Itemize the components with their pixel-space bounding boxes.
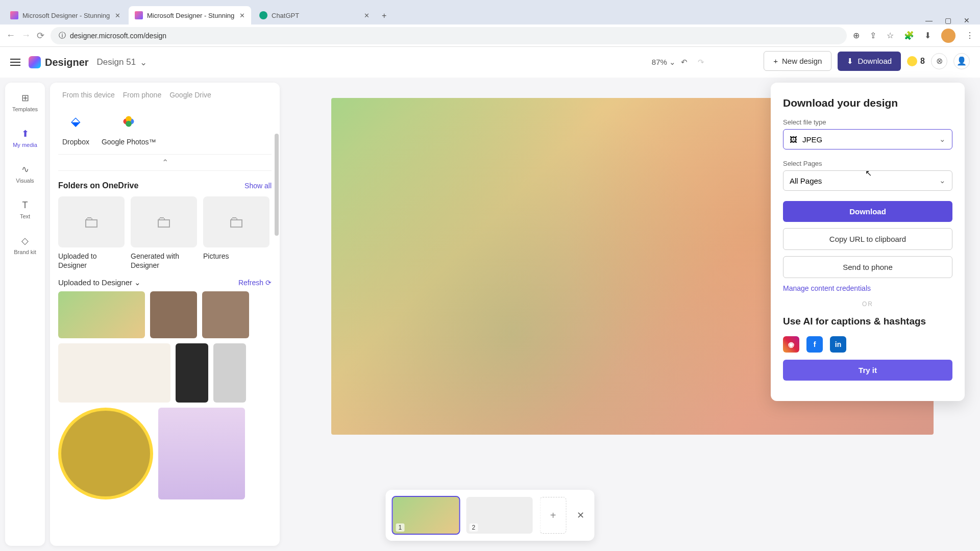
brand-kit-tool[interactable]: ◇ Brand kit: [10, 232, 40, 258]
content-credentials-link[interactable]: Manage content credentials: [783, 284, 952, 292]
folder-icon: 🗀: [131, 196, 197, 247]
zoom-dropdown[interactable]: 87% ⌄: [652, 58, 676, 67]
media-thumbnail[interactable]: [158, 408, 245, 499]
download-button[interactable]: ⬇ Download: [838, 52, 901, 71]
share-icon[interactable]: ⇪: [870, 31, 876, 40]
folder-item[interactable]: 🗀 Generated with Designer: [131, 196, 197, 270]
profile-avatar[interactable]: [941, 29, 955, 43]
linkedin-icon[interactable]: in: [830, 336, 846, 353]
download-label: Download: [857, 57, 892, 65]
try-it-button[interactable]: Try it: [783, 360, 952, 381]
address-bar[interactable]: ⓘ designer.microsoft.com/design: [51, 27, 847, 44]
tool-label: Templates: [12, 106, 38, 112]
extensions-icon[interactable]: 🧩: [904, 31, 914, 40]
folder-label: Generated with Designer: [131, 252, 197, 270]
media-panel: From this device From phone Google Drive…: [50, 83, 280, 546]
logo-icon: [29, 56, 41, 68]
file-type-label: Select file type: [783, 118, 952, 126]
media-thumbnail[interactable]: [176, 343, 208, 403]
folder-item[interactable]: 🗀 Uploaded to Designer: [58, 196, 125, 270]
scrollbar[interactable]: [275, 134, 279, 236]
tab-title: Microsoft Designer - Stunning: [147, 12, 234, 19]
add-page-button[interactable]: +: [540, 497, 567, 534]
redo-icon[interactable]: ↷: [698, 58, 704, 67]
svg-point-3: [126, 121, 132, 127]
browser-url-bar: ← → ⟳ ⓘ designer.microsoft.com/design ⊕ …: [0, 24, 980, 47]
design-name-label: Design 51: [97, 57, 136, 67]
reload-icon[interactable]: ⟳: [37, 30, 44, 41]
new-tab-button[interactable]: +: [378, 7, 390, 24]
forward-icon[interactable]: →: [21, 30, 31, 41]
close-filmstrip-icon[interactable]: ✕: [574, 510, 587, 521]
browser-tab[interactable]: ChatGPT ✕: [253, 6, 376, 24]
pages-select[interactable]: All Pages ⌄: [783, 170, 952, 191]
text-tool[interactable]: T Text: [10, 196, 40, 222]
google-photos-source[interactable]: Google Photos™: [102, 109, 156, 146]
tool-label: Text: [20, 213, 30, 219]
chevron-down-icon: ⌄: [939, 176, 946, 185]
new-design-button[interactable]: + New design: [764, 51, 831, 71]
close-icon[interactable]: ✕: [239, 12, 245, 19]
uploaded-heading[interactable]: Uploaded to Designer ⌄: [58, 278, 141, 287]
minimize-icon[interactable]: —: [925, 16, 933, 24]
site-info-icon[interactable]: ⓘ: [59, 31, 66, 40]
downloads-icon[interactable]: ⬇: [924, 31, 931, 40]
brand-kit-icon: ◇: [19, 235, 31, 247]
left-toolbar: ⊞ Templates ⬆ My media ∿ Visuals T Text …: [5, 83, 45, 546]
folders-heading: Folders on OneDrive: [58, 181, 138, 190]
page-number: 2: [470, 523, 478, 532]
page-thumbnail[interactable]: 2: [467, 497, 533, 534]
show-all-link[interactable]: Show all: [244, 182, 272, 190]
favicon-icon: [135, 11, 143, 19]
dropbox-source[interactable]: ⬙ Dropbox: [62, 109, 89, 146]
source-label: Dropbox: [62, 138, 89, 146]
upload-source-tabs: From this device From phone Google Drive: [58, 91, 272, 105]
file-type-value: JPEG: [802, 135, 822, 144]
instagram-icon[interactable]: ◉: [783, 336, 799, 353]
media-thumbnail[interactable]: [150, 291, 197, 338]
media-thumbnail[interactable]: [213, 343, 246, 403]
plus-icon: +: [773, 57, 778, 65]
source-label: Google Photos™: [102, 138, 156, 146]
media-thumbnail[interactable]: [202, 291, 249, 338]
connections-icon[interactable]: ⊗: [931, 53, 947, 69]
collapse-sources-button[interactable]: ⌃: [58, 154, 272, 171]
source-tab[interactable]: Google Drive: [169, 91, 211, 99]
templates-tool[interactable]: ⊞ Templates: [10, 89, 40, 115]
source-tab[interactable]: From phone: [123, 91, 161, 99]
hamburger-menu-icon[interactable]: [10, 62, 20, 63]
maximize-icon[interactable]: ▢: [945, 16, 951, 24]
copy-url-button[interactable]: Copy URL to clipboard: [783, 228, 952, 250]
close-window-icon[interactable]: ✕: [964, 16, 970, 24]
my-media-tool[interactable]: ⬆ My media: [10, 124, 40, 151]
undo-icon[interactable]: ↶: [681, 58, 688, 67]
credits-badge[interactable]: 8: [907, 56, 925, 66]
bookmark-icon[interactable]: ☆: [887, 31, 894, 40]
page-thumbnail[interactable]: 1: [393, 497, 459, 534]
designer-logo[interactable]: Designer: [29, 56, 89, 68]
install-icon[interactable]: ⊕: [853, 31, 860, 40]
media-thumbnail[interactable]: [58, 343, 170, 403]
account-icon[interactable]: 👤: [953, 53, 970, 69]
close-icon[interactable]: ✕: [364, 12, 370, 19]
url-text: designer.microsoft.com/design: [70, 32, 166, 40]
back-icon[interactable]: ←: [6, 30, 15, 41]
design-name-dropdown[interactable]: Design 51 ⌄: [97, 57, 148, 68]
browser-tab-active[interactable]: Microsoft Designer - Stunning ✕: [129, 6, 251, 24]
media-thumbnail[interactable]: [58, 291, 145, 338]
download-action-button[interactable]: Download: [783, 201, 952, 222]
facebook-icon[interactable]: f: [806, 336, 823, 353]
menu-icon[interactable]: ⋮: [966, 31, 974, 40]
folder-item[interactable]: 🗀 Pictures: [203, 196, 270, 270]
source-tab[interactable]: From this device: [62, 91, 115, 99]
browser-tab[interactable]: Microsoft Designer - Stunning ✕: [4, 6, 127, 24]
credits-count: 8: [920, 57, 925, 66]
file-type-select[interactable]: 🖼 JPEG ↖ ⌄: [783, 129, 952, 149]
tab-title: ChatGPT: [272, 12, 299, 19]
visuals-tool[interactable]: ∿ Visuals: [10, 160, 40, 187]
send-to-phone-button[interactable]: Send to phone: [783, 256, 952, 278]
zoom-value: 87%: [652, 58, 667, 66]
media-thumbnail[interactable]: [58, 408, 153, 499]
refresh-button[interactable]: Refresh ⟳: [238, 279, 272, 287]
close-icon[interactable]: ✕: [115, 12, 120, 19]
